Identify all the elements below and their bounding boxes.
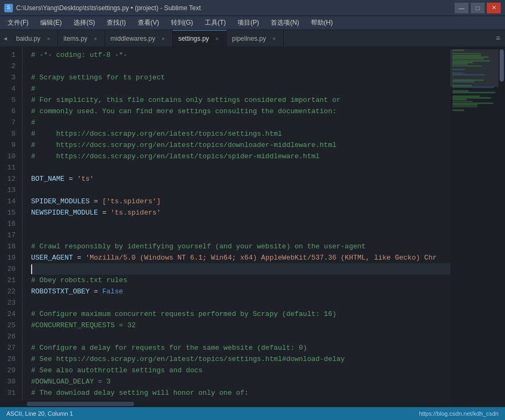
line-number-20: 20: [0, 263, 16, 275]
code-line-26: [31, 331, 450, 342]
editor-container: 1234567891011121314151617181920212223242…: [0, 47, 505, 407]
line-number-16: 16: [0, 218, 16, 230]
menu-item-t[interactable]: 工具(T): [199, 17, 231, 28]
code-line-9: # https://docs.scrapy.org/en/latest/topi…: [31, 139, 450, 151]
tab-settings[interactable]: settings.py ×: [173, 30, 226, 47]
window-title: C:\Users\Yang\Desktop\ts\ts\settings.py …: [16, 4, 201, 12]
minimap-line: [452, 99, 467, 100]
tab-middlewares[interactable]: middlewares.py ×: [105, 30, 173, 47]
menu-item-v[interactable]: 查看(V): [132, 17, 165, 28]
title-bar-left: S C:\Users\Yang\Desktop\ts\ts\settings.p…: [4, 4, 201, 12]
minimap: [450, 47, 499, 407]
scrollbar-thumb-vertical[interactable]: [500, 49, 504, 82]
tab-close-pipelines[interactable]: ×: [270, 35, 278, 42]
code-comment: #: [31, 83, 35, 94]
code-line-16: [31, 218, 450, 230]
line-number-13: 13: [0, 185, 16, 196]
code-string: ['ts.spiders']: [102, 196, 161, 207]
code-comment: # https://docs.scrapy.org/en/latest/topi…: [31, 128, 282, 139]
code-line-22: ROBOTSTXT_OBEY = False: [31, 286, 450, 297]
code-line-10: # https://docs.scrapy.org/en/latest/topi…: [31, 151, 450, 162]
line-number-12: 12: [0, 173, 16, 185]
code-line-20: [31, 263, 450, 275]
code-comment: # Configure a delay for requests for the…: [31, 342, 307, 353]
minimap-line: [452, 86, 494, 88]
code-line-23: [31, 297, 450, 308]
code-line-2: [31, 61, 450, 72]
menu-item-n[interactable]: 首选项(N): [265, 17, 305, 28]
menu-item-i[interactable]: 查找(I): [101, 17, 131, 28]
code-content: 1234567891011121314151617181920212223242…: [0, 47, 450, 401]
minimap-line: [452, 106, 478, 108]
code-line-3: # Scrapy settings for ts project: [31, 72, 450, 83]
tab-options-button[interactable]: ≡: [491, 30, 505, 47]
menu-item-g[interactable]: 转到(G): [166, 17, 198, 28]
code-line-11: [31, 162, 450, 173]
line-number-7: 7: [0, 117, 16, 128]
code-string: 'Mozilla/5.0 (Windows NT 6.1; Win64; x64…: [85, 252, 436, 263]
minimap-line: [452, 74, 485, 76]
tab-prev-button[interactable]: ◀: [0, 30, 11, 47]
line-number-24: 24: [0, 308, 16, 320]
line-number-10: 10: [0, 151, 16, 162]
menu-item-p[interactable]: 项目(P): [232, 17, 264, 28]
line-number-14: 14: [0, 196, 16, 207]
tab-close-baidu[interactable]: ×: [44, 35, 52, 42]
minimap-line: [452, 63, 467, 65]
close-button[interactable]: ✕: [487, 3, 501, 13]
line-number-18: 18: [0, 241, 16, 252]
menu-item-e[interactable]: 编辑(E): [35, 17, 67, 28]
menu-item-s[interactable]: 选择(S): [68, 17, 100, 28]
code-line-12: BOT_NAME = 'ts': [31, 173, 450, 185]
app-icon: S: [4, 4, 13, 12]
title-bar: S C:\Users\Yang\Desktop\ts\ts\settings.p…: [0, 0, 505, 16]
scrollbar-thumb-horizontal[interactable]: [27, 402, 134, 406]
code-keyword: False: [102, 286, 123, 297]
tab-bar: ◀ baidu.py × items.py × middlewares.py ×…: [0, 30, 505, 47]
code-comment: # The download delay setting will honor …: [31, 387, 249, 399]
code-line-7: #: [31, 117, 450, 128]
code-area[interactable]: 1234567891011121314151617181920212223242…: [0, 47, 450, 407]
horizontal-scrollbar[interactable]: [0, 401, 450, 407]
code-comment: #DOWNLOAD_DELAY = 3: [31, 376, 110, 387]
code-comment: #CONCURRENT_REQUESTS = 32: [31, 320, 136, 331]
line-number-25: 25: [0, 320, 16, 331]
tab-close-middlewares[interactable]: ×: [159, 35, 167, 42]
code-comment: # See https://docs.scrapy.org/en/latest/…: [31, 353, 345, 365]
code-comment: # Configure maximum concurrent requests …: [31, 308, 337, 320]
line-number-4: 4: [0, 83, 16, 94]
line-number-27: 27: [0, 342, 16, 353]
code-comment: # commonly used. You can find more setti…: [31, 106, 337, 117]
vertical-scrollbar[interactable]: [499, 47, 505, 407]
tab-baidu[interactable]: baidu.py ×: [11, 30, 58, 47]
tab-close-settings[interactable]: ×: [213, 35, 221, 42]
code-var: BOT_NAME: [31, 173, 64, 185]
line-number-8: 8: [0, 128, 16, 139]
menu-item-f[interactable]: 文件(F): [2, 17, 34, 28]
line-number-31: 31: [0, 387, 16, 399]
code-line-28: # See https://docs.scrapy.org/en/latest/…: [31, 353, 450, 365]
code-line-13: [31, 185, 450, 196]
code-line-19: USER_AGENT = 'Mozilla/5.0 (Windows NT 6.…: [31, 252, 450, 263]
line-number-23: 23: [0, 297, 16, 308]
tab-pipelines[interactable]: pipelines.py ×: [227, 30, 284, 47]
minimap-line: [452, 92, 495, 93]
status-url: https://blog.csdn.net/kdh_csdn: [419, 410, 499, 417]
menu-item-h[interactable]: 帮助(H): [306, 17, 338, 28]
code-operator: =: [64, 173, 77, 185]
code-line-31: # The download delay setting will honor …: [31, 387, 450, 399]
minimize-button[interactable]: —: [455, 3, 469, 13]
code-var: USER_AGENT: [31, 252, 73, 263]
line-number-29: 29: [0, 365, 16, 376]
line-number-17: 17: [0, 230, 16, 241]
line-number-21: 21: [0, 275, 16, 286]
code-comment: # https://docs.scrapy.org/en/latest/topi…: [31, 139, 337, 151]
code-comment: # https://docs.scrapy.org/en/latest/topi…: [31, 151, 320, 162]
tab-items[interactable]: items.py ×: [58, 30, 105, 47]
line-number-30: 30: [0, 376, 16, 387]
tab-close-items[interactable]: ×: [92, 35, 99, 42]
code-string: 'ts': [77, 173, 94, 185]
line-number-2: 2: [0, 61, 16, 72]
maximize-button[interactable]: □: [471, 3, 485, 13]
code-editor[interactable]: # -*- coding: utf-8 -*-# Scrapy settings…: [23, 47, 450, 401]
